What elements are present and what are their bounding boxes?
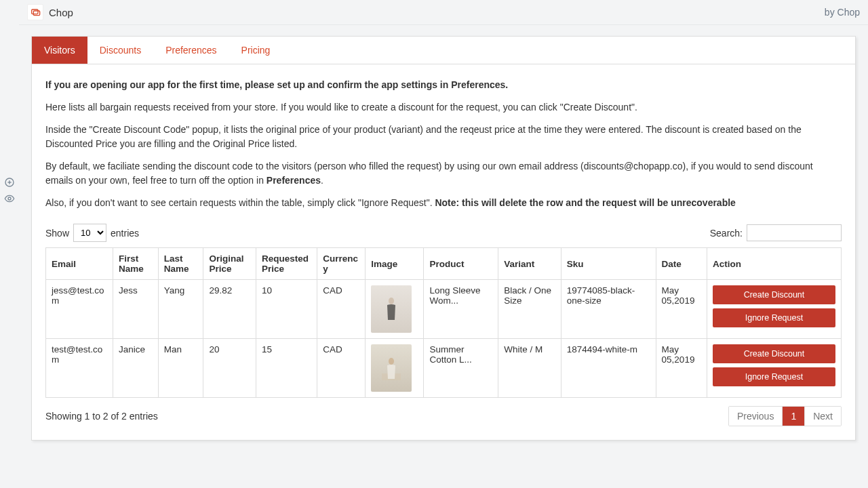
- table-info: Showing 1 to 2 of 2 entries: [45, 411, 158, 422]
- cell-product: Summer Cotton L...: [424, 339, 498, 398]
- tab-pricing[interactable]: Pricing: [229, 37, 283, 64]
- ignore-request-button[interactable]: Ignore Request: [713, 367, 835, 386]
- col-last-name[interactable]: Last Name: [158, 248, 203, 280]
- col-requested-price[interactable]: Requested Price: [256, 248, 317, 280]
- topbar: Chop by Chop: [19, 0, 868, 25]
- page-next[interactable]: Next: [805, 407, 841, 426]
- tab-discounts[interactable]: Discounts: [87, 37, 153, 64]
- cell-original-price: 29.82: [203, 280, 256, 339]
- cell-currency: CAD: [317, 339, 366, 398]
- cell-variant: White / M: [498, 339, 561, 398]
- tab-preferences[interactable]: Preferences: [153, 37, 229, 64]
- table-header-row: Email First Name Last Name Original Pric…: [46, 248, 842, 280]
- create-discount-button[interactable]: Create Discount: [713, 344, 835, 363]
- page-size-select[interactable]: 10: [73, 224, 106, 242]
- intro-ignore: Also, if you don't want to see certain r…: [45, 196, 842, 210]
- show-entries: Show 10 entries: [45, 224, 139, 242]
- cell-email: test@test.com: [46, 339, 113, 398]
- create-discount-button[interactable]: Create Discount: [713, 285, 835, 304]
- cell-image: [366, 339, 424, 398]
- cell-last-name: Man: [158, 339, 203, 398]
- cell-first-name: Janice: [113, 339, 159, 398]
- table-row: jess@test.com Jess Yang 29.82 10 CAD: [46, 280, 842, 339]
- svg-rect-5: [33, 11, 39, 16]
- page-1[interactable]: 1: [783, 407, 805, 426]
- cell-action: Create Discount Ignore Request: [707, 280, 841, 339]
- cell-email: jess@test.com: [46, 280, 113, 339]
- col-original-price[interactable]: Original Price: [203, 248, 256, 280]
- product-image-icon: [371, 285, 412, 333]
- app-title: Chop: [49, 7, 73, 18]
- cell-last-name: Yang: [158, 280, 203, 339]
- plus-circle-icon[interactable]: [3, 176, 16, 188]
- intro-default: By default, we faciliate sending the dis…: [45, 159, 842, 188]
- byline: by Chop: [825, 7, 860, 18]
- col-currency[interactable]: Currency: [317, 248, 366, 280]
- cell-first-name: Jess: [113, 280, 159, 339]
- svg-point-8: [389, 358, 394, 365]
- col-sku[interactable]: Sku: [561, 248, 656, 280]
- entries-label: entries: [111, 228, 139, 239]
- col-action[interactable]: Action: [707, 248, 841, 280]
- cell-sku: 1874494-white-m: [561, 339, 656, 398]
- cell-original-price: 20: [203, 339, 256, 398]
- col-product[interactable]: Product: [424, 248, 498, 280]
- pagination: Previous 1 Next: [728, 406, 842, 426]
- cell-sku: 19774085-black-one-size: [561, 280, 656, 339]
- col-date[interactable]: Date: [656, 248, 707, 280]
- cell-product: Long Sleeve Wom...: [424, 280, 498, 339]
- cell-currency: CAD: [317, 280, 366, 339]
- cell-date: May 05,2019: [656, 280, 707, 339]
- cell-image: [366, 280, 424, 339]
- col-email[interactable]: Email: [46, 248, 113, 280]
- show-label: Show: [45, 228, 69, 239]
- tab-visitors[interactable]: Visitors: [32, 37, 87, 64]
- svg-point-6: [389, 298, 394, 304]
- col-first-name[interactable]: First Name: [113, 248, 159, 280]
- product-image-icon: [371, 344, 412, 392]
- search-label: Search:: [710, 228, 743, 239]
- intro-setup: If you are opening our app for the first…: [45, 78, 842, 92]
- col-variant[interactable]: Variant: [498, 248, 561, 280]
- page-prev[interactable]: Previous: [729, 407, 783, 426]
- svg-point-3: [8, 197, 11, 200]
- ignore-request-button[interactable]: Ignore Request: [713, 308, 835, 327]
- table-row: test@test.com Janice Man 20 15 CAD: [46, 339, 842, 398]
- main-panel: Visitors Discounts Preferences Pricing I…: [31, 36, 856, 441]
- left-rail: [0, 0, 19, 488]
- app-logo-icon: [27, 4, 43, 20]
- search-box: Search:: [710, 224, 842, 241]
- cell-variant: Black / One Size: [498, 280, 561, 339]
- eye-icon[interactable]: [3, 192, 16, 205]
- cell-action: Create Discount Ignore Request: [707, 339, 841, 398]
- requests-table: Email First Name Last Name Original Pric…: [45, 247, 842, 398]
- intro-popup: Inside the "Create Discount Code" popup,…: [45, 123, 842, 151]
- cell-requested-price: 10: [256, 280, 317, 339]
- search-input[interactable]: [747, 224, 842, 241]
- cell-requested-price: 15: [256, 339, 317, 398]
- svg-rect-4: [32, 9, 38, 14]
- intro-listing: Here lists all bargain requests received…: [45, 100, 842, 115]
- cell-date: May 05,2019: [656, 339, 707, 398]
- col-image[interactable]: Image: [366, 248, 424, 280]
- tabs: Visitors Discounts Preferences Pricing: [32, 37, 855, 64]
